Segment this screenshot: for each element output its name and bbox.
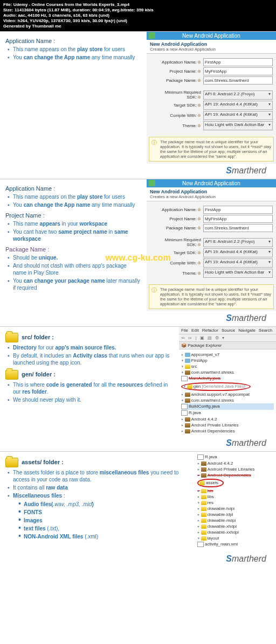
package-explorer-title: 📦 Package Explorer (179, 342, 276, 349)
bullet: This name appears on the play store for … (5, 193, 141, 201)
select-compile[interactable]: API 19: Android 4.4 (KitKat) (203, 111, 273, 120)
dialog-titlebar: New Android Application (147, 32, 276, 40)
label-app-name: Application Name:⊕ (150, 60, 203, 65)
dialog-titlebar: New Android Application (147, 179, 276, 187)
brand-logo: Smartherd (0, 436, 276, 451)
label-pkg-name: Package Name:⊕ (150, 78, 203, 83)
watermark: www.cg-ku.com (105, 253, 170, 263)
header-line: Audio: aac, 44100 Hz, 3 channels, s16, 6… (3, 13, 273, 18)
input-pkg-name[interactable]: com.Shreks.Smartherd (203, 224, 273, 232)
info-note: The package name must be a unique identi… (149, 137, 274, 162)
input-app-name[interactable]: FirstApp (203, 206, 273, 214)
brand-logo: Smartherd (0, 552, 276, 567)
package-explorer-tree[interactable]: ▸appcompat_v7 ▾FirstApp ▾src ▾com.smarth… (179, 349, 276, 436)
bullet: You can change the App name any time man… (5, 201, 141, 209)
sub-bullet: Audio files(.wav, .mp3, .mid) (16, 500, 190, 508)
header-line: Generated by Thumbnail me (3, 24, 273, 29)
select-compile[interactable]: API 19: Android 4.4 (KitKat) (203, 258, 273, 268)
bullet: By default, it includes an Activity clas… (5, 352, 174, 367)
section-title: Package Name : (5, 246, 141, 253)
highlight-circle: ▾gen [Generated Java Files] (181, 382, 251, 391)
section-title: Project Name : (5, 212, 141, 219)
android-dialog: New Android Application New Android Appl… (147, 179, 276, 311)
bullet: And should not clash with others app's p… (5, 262, 141, 277)
label-proj-name: Project Name:⊕ (150, 69, 203, 74)
dialog-subheading: Creates a new Android Application (150, 47, 273, 52)
slide-4: assets/ folder : The assets folder is a … (0, 451, 276, 567)
slide-3: src/ folder : Directory for our app's ma… (0, 326, 276, 451)
bullet: Directory for our app's main source file… (5, 344, 174, 352)
select-theme[interactable]: Holo Light with Dark Action Bar (203, 269, 273, 278)
bullet: We should never play with it. (5, 396, 174, 404)
brand-logo: Smartherd (0, 311, 276, 326)
input-app-name[interactable]: FirstApp (203, 58, 273, 66)
section-title: Application Name : (5, 185, 141, 192)
header-line: Video: h264, YUV420p, 1378X730, 393 kb/s… (3, 18, 273, 24)
sub-bullet: FONTS (16, 508, 190, 516)
ide-menubar[interactable]: FileEditRefactorSourceNavigateSearch (179, 327, 276, 334)
sub-bullet: Images (16, 516, 190, 524)
label-min-sdk: Minimum Required SDK:⊕ (150, 90, 203, 100)
folder-icon (5, 333, 18, 342)
label-theme: Theme:⊕ (150, 271, 203, 276)
bullet: It contains all raw data (5, 484, 190, 492)
select-tgt-sdk[interactable]: API 19: Android 4.4 (KitKat) (203, 101, 273, 110)
input-proj-name[interactable]: MyFirstApp (203, 67, 273, 75)
input-pkg-name[interactable]: com.Shreks.Smartherd (203, 76, 273, 85)
section-title: gen/ folder : (5, 370, 174, 380)
slide-1: Application Name : This name appears on … (0, 31, 276, 179)
ide-toolbar[interactable]: ⇦ ⇨ | ▣ ▤ ⚙ ▾ (179, 334, 276, 342)
select-theme[interactable]: Holo Light with Dark Action Bar (203, 121, 273, 130)
android-icon (149, 32, 155, 39)
package-explorer-tree[interactable]: R.java ▸Android 4.4.2 ▸Android Private L… (195, 452, 276, 550)
bullet: This is where code is generated for all … (5, 381, 174, 396)
label-min-sdk: Minimum Required SDK:⊕ (150, 237, 203, 247)
label-app-name: Application Name:⊕ (150, 207, 203, 212)
sub-bullet: text files (.txt), (16, 524, 190, 533)
label-proj-name: Project Name:⊕ (150, 216, 203, 221)
label-tgt-sdk: Target SDK:⊕ (150, 103, 203, 108)
dialog-heading: New Android Application (150, 189, 273, 194)
sub-bullet: NON-Android XML files (.xml) (16, 533, 190, 541)
bullet: This name appears in your workspace (5, 220, 141, 228)
label-pkg-name: Package Name:⊕ (150, 226, 203, 230)
android-dialog: New Android Application New Android Appl… (147, 32, 276, 164)
folder-icon (5, 370, 18, 380)
section-title: src/ folder : (5, 333, 174, 342)
brand-logo: Smartherd (0, 164, 276, 179)
bullet: You can change your package name later m… (5, 277, 141, 292)
folder-icon (5, 458, 18, 467)
select-min-sdk[interactable]: API 8: Android 2.2 (Froyo) (203, 238, 273, 247)
bullet: Miscellaneous files : Audio files(.wav, … (5, 492, 190, 544)
label-theme: Theme:⊕ (150, 123, 203, 128)
label-compile: Compile With:⊕ (150, 113, 203, 118)
info-note: The package name must be a unique identi… (149, 284, 274, 309)
dialog-subheading: Creates a new Android Application (150, 194, 273, 199)
header-line: File: Udemy - Online Courses from the Wo… (3, 2, 273, 8)
highlight-circle: assets (197, 479, 224, 487)
section-title: assets/ folder : (5, 458, 190, 467)
bullet: You cant have two same project name in s… (5, 228, 141, 243)
section-title: Application Name : (5, 38, 141, 44)
bullet: The assets folder is a place to store mi… (5, 468, 190, 484)
select-min-sdk[interactable]: API 8: Android 2.2 (Froyo) (203, 90, 273, 100)
bullet: This name appears on the play store for … (5, 45, 141, 53)
dialog-heading: New Android Application (150, 41, 273, 47)
select-tgt-sdk[interactable]: API 19: Android 4.4 (KitKat) (203, 248, 273, 257)
slide-2: Application Name : This name appears on … (0, 179, 276, 326)
media-info-header: File: Udemy - Online Courses from the Wo… (0, 0, 276, 31)
android-icon (149, 180, 155, 186)
input-proj-name[interactable]: MyFirstApp (203, 215, 273, 223)
bullet: You can change the App name any time man… (5, 53, 141, 61)
header-line: Size: 11413604 bytes (11.87 MiB), durati… (3, 8, 273, 13)
